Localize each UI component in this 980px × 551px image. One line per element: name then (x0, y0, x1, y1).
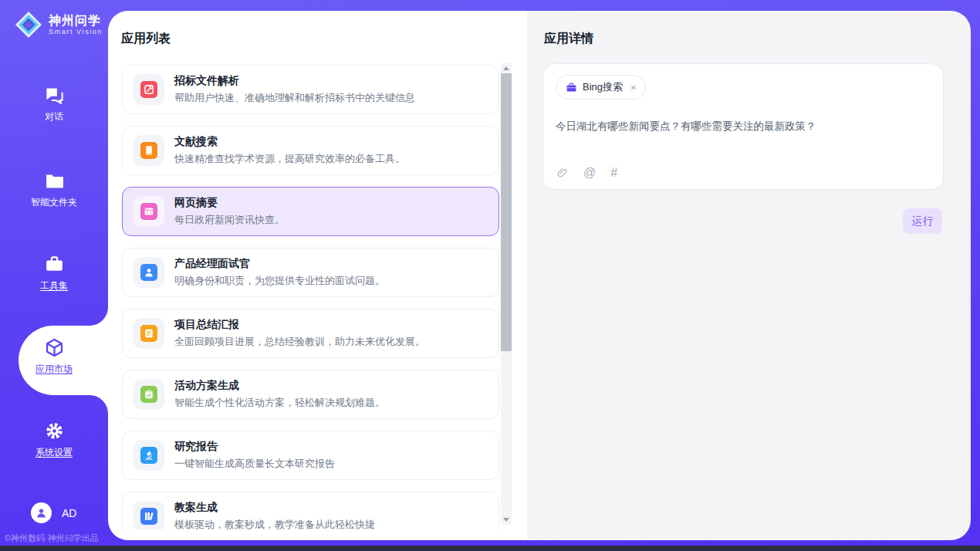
app-card-research-report[interactable]: 研究报告 一键智能生成高质量长文本研究报告 (122, 431, 499, 480)
diamond-logo-icon (14, 10, 43, 39)
sidebar-item-chat[interactable]: 对话 (0, 85, 108, 123)
clipboard-check-icon (140, 386, 157, 403)
paperclip-icon[interactable] (556, 167, 569, 179)
gear-icon (44, 421, 65, 441)
app-name: 教案生成 (174, 501, 375, 515)
query-text-input[interactable]: 今日湖北有哪些新闻要点？有哪些需要关注的最新政策？ (556, 120, 931, 134)
browser-code-icon (140, 203, 157, 220)
tool-chip-bing-search[interactable]: Bing搜索 × (556, 75, 646, 100)
note-icon (140, 325, 157, 342)
chip-close-icon[interactable]: × (630, 82, 637, 93)
sidebar-item-settings[interactable]: 系统设置 (0, 421, 108, 459)
sidebar-item-smart-folder[interactable]: 智能文件夹 (0, 171, 108, 209)
sidebar: 神州问学 Smart Vision 对话 智能文件夹 工具集 应用市场 系统设 (0, 0, 108, 551)
app-name: 活动方案生成 (174, 379, 385, 393)
app-description: 一键智能生成高质量长文本研究报告 (174, 457, 335, 471)
app-list-title: 应用列表 (121, 31, 171, 47)
user-profile[interactable]: AD (31, 502, 76, 523)
main-container: 应用列表 招标文件解析 帮助用户快速、准确地理解和解析招标书中的关键信息 文献搜… (108, 11, 971, 540)
app-description: 帮助用户快速、准确地理解和解析招标书中的关键信息 (174, 91, 415, 105)
app-list: 招标文件解析 帮助用户快速、准确地理解和解析招标书中的关键信息 文献搜索 快速精… (122, 65, 499, 529)
sidebar-item-app-market[interactable]: 应用市场 (0, 337, 108, 376)
run-button[interactable]: 运行 (903, 208, 942, 234)
user-name: AD (62, 507, 76, 519)
app-name: 研究报告 (174, 440, 335, 454)
app-card-literature-search[interactable]: 文献搜索 快速精准查找学术资源，提高研究效率的必备工具。 (122, 126, 499, 175)
app-description: 每日政府新闻资讯快查。 (174, 213, 285, 227)
research-icon (140, 447, 157, 464)
sidebar-item-label: 对话 (45, 110, 63, 123)
app-card-activity-plan[interactable]: 活动方案生成 智能生成个性化活动方案，轻松解决规划难题。 (122, 370, 499, 419)
app-detail-title: 应用详情 (544, 31, 593, 47)
chat-icon (44, 85, 65, 106)
sidebar-item-label: 应用市场 (35, 363, 73, 376)
tool-chip-label: Bing搜索 (583, 80, 623, 94)
avatar (31, 502, 52, 523)
brand-subtitle: Smart Vision (49, 28, 103, 35)
cube-icon (44, 337, 65, 358)
app-description: 智能生成个性化活动方案，轻松解决规划难题。 (174, 396, 385, 410)
sidebar-item-toolset[interactable]: 工具集 (0, 254, 108, 292)
scroll-down-arrow[interactable] (501, 515, 512, 525)
scrollbar-thumb[interactable] (501, 73, 512, 351)
hash-icon[interactable]: # (610, 167, 617, 179)
app-list-scrollbar[interactable] (501, 63, 512, 525)
bubble-notch-bottom (90, 395, 108, 414)
app-description: 模板驱动，教案秒成，教学准备从此轻松快捷 (174, 518, 375, 529)
brand-logo: 神州问学 Smart Vision (14, 10, 103, 39)
app-name: 项目总结汇报 (174, 318, 425, 332)
sidebar-item-label: 工具集 (40, 279, 68, 292)
at-mention-icon[interactable]: @ (583, 167, 596, 179)
app-description: 快速精准查找学术资源，提高研究效率的必备工具。 (174, 152, 405, 166)
app-card-pm-interviewer[interactable]: 产品经理面试官 明确身份和职责，为您提供专业性的面试问题。 (122, 248, 499, 297)
app-card-bid-analysis[interactable]: 招标文件解析 帮助用户快速、准确地理解和解析招标书中的关键信息 (122, 65, 499, 114)
app-name: 产品经理面试官 (174, 257, 385, 271)
app-name: 文献搜索 (174, 135, 405, 149)
bubble-notch-top (90, 307, 108, 326)
book-icon (140, 142, 157, 159)
books-icon (140, 508, 157, 525)
folder-icon (44, 171, 65, 191)
scroll-up-arrow[interactable] (501, 63, 512, 73)
edit-square-icon (140, 81, 157, 98)
bottom-edge-bar (0, 546, 980, 551)
toolbox-icon (44, 254, 65, 275)
app-card-lesson-plan[interactable]: 教案生成 模板驱动，教案秒成，教学准备从此轻松快捷 (122, 492, 499, 529)
briefcase-icon (566, 82, 577, 93)
input-actions: @ # (556, 167, 617, 179)
app-list-panel: 应用列表 招标文件解析 帮助用户快速、准确地理解和解析招标书中的关键信息 文献搜… (108, 11, 527, 540)
app-description: 明确身份和职责，为您提供专业性的面试问题。 (174, 274, 385, 288)
app-name: 招标文件解析 (174, 74, 415, 88)
person-icon (140, 264, 157, 281)
sidebar-item-label: 智能文件夹 (31, 196, 77, 209)
app-card-project-summary[interactable]: 项目总结汇报 全面回顾项目进展，总结经验教训，助力未来优化发展。 (122, 309, 499, 358)
app-detail-panel: 应用详情 Bing搜索 × 今日湖北有哪些新闻要点？有哪些需要关注的最新政策？ … (527, 11, 971, 540)
app-card-web-summary[interactable]: 网页摘要 每日政府新闻资讯快查。 (122, 187, 499, 236)
person-icon (35, 506, 48, 519)
copyright-text: ©神州数码·神州问学出品 (5, 532, 99, 544)
brand-name: 神州问学 (49, 14, 103, 28)
app-name: 网页摘要 (174, 196, 285, 210)
sidebar-item-label: 系统设置 (35, 446, 73, 459)
app-description: 全面回顾项目进展，总结经验教训，助力未来优化发展。 (174, 335, 425, 349)
prompt-input-card[interactable]: Bing搜索 × 今日湖北有哪些新闻要点？有哪些需要关注的最新政策？ @ # (542, 63, 944, 190)
